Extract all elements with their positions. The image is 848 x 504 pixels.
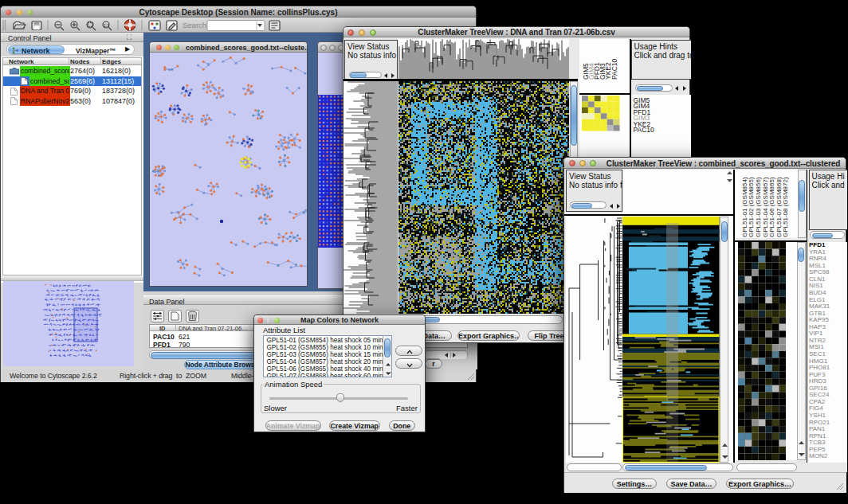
svg-text:PAC10: PAC10 [610, 58, 618, 80]
svg-text:1:1: 1:1 [104, 23, 109, 28]
svg-text:Search:: Search: [183, 21, 209, 29]
svg-text:GPL51-08 (GSM872): GPL51-08 (GSM872) [782, 177, 789, 237]
